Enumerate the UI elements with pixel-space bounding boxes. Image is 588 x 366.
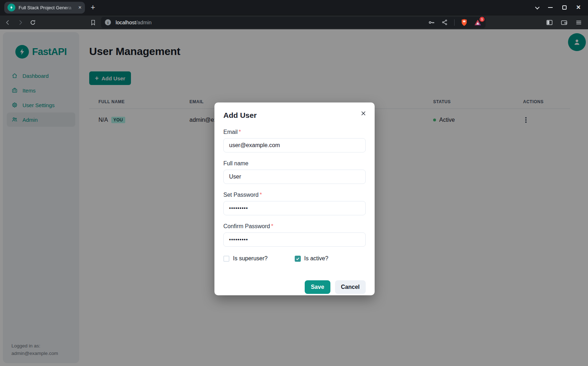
required-asterisk: * [239,129,241,135]
tab-title: Full Stack Project Genera [19,5,75,10]
window-minimize-button[interactable] [548,7,553,8]
is-superuser-checkbox[interactable]: Is superuser? [223,255,295,262]
forward-button[interactable] [17,19,24,26]
brave-shield-icon[interactable] [461,19,468,26]
add-user-modal: Add User Email* Full name Set Password* … [214,102,375,295]
full-name-label: Full name [223,160,366,167]
brave-rewards-bat-icon[interactable]: 1 [474,19,482,26]
fastapi-favicon-icon [7,4,15,11]
full-name-field[interactable] [223,170,366,184]
page-content: FastAPI Dashboard Items User Settings [0,29,588,366]
sidebar-toggle-icon[interactable] [546,19,553,26]
checkbox-checked-icon[interactable] [295,256,301,262]
checkbox-unchecked-icon[interactable] [223,256,229,262]
password-key-icon[interactable] [428,19,435,26]
url-path: /admin [136,20,152,25]
rewards-badge: 1 [480,17,485,22]
email-field[interactable] [223,138,366,152]
browser-tab[interactable]: Full Stack Project Genera ✕ [4,2,85,14]
back-button[interactable] [4,19,11,26]
modal-close-icon[interactable] [359,109,368,117]
tab-search-chevron-icon[interactable] [535,5,539,9]
window-close-button[interactable]: ✕ [576,5,581,10]
tab-strip: Full Stack Project Genera ✕ + ✕ [0,0,588,15]
share-icon[interactable] [441,19,448,26]
url-bar[interactable]: i localhost /admin 1 [101,17,486,28]
reload-button[interactable] [29,19,36,26]
set-password-label: Set Password* [223,192,366,198]
modal-title: Add User [223,111,366,120]
wallet-icon[interactable] [561,19,568,26]
set-password-field[interactable] [223,201,366,215]
menu-hamburger-icon[interactable] [575,19,582,26]
save-button[interactable]: Save [305,280,330,294]
site-info-icon[interactable]: i [105,19,111,25]
toolbar-divider [454,19,455,26]
tab-close-icon[interactable]: ✕ [78,5,82,10]
browser-toolbar: i localhost /admin 1 [0,15,588,29]
required-asterisk: * [271,223,273,229]
confirm-password-label: Confirm Password* [223,223,366,230]
cancel-button[interactable]: Cancel [335,280,366,294]
new-tab-button[interactable]: + [91,4,95,11]
email-label: Email* [223,129,366,135]
url-host: localhost [116,20,136,25]
is-active-checkbox[interactable]: Is active? [295,255,366,262]
required-asterisk: * [260,192,262,198]
window-maximize-button[interactable] [562,5,567,10]
confirm-password-field[interactable] [223,232,366,247]
bookmark-icon[interactable] [90,19,96,26]
